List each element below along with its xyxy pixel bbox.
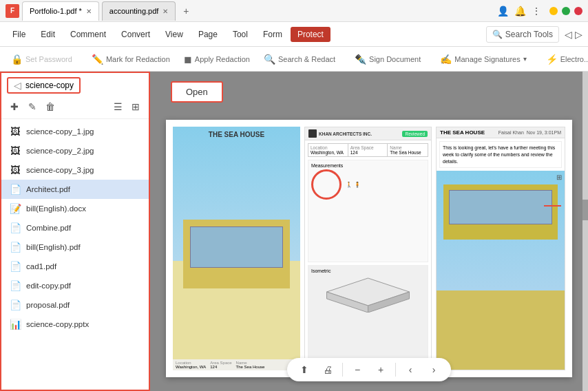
file-name: science-copy_1.jpg bbox=[26, 127, 94, 136]
window-controls: 👤 🔔 ⋮ bbox=[497, 6, 582, 17]
list-item[interactable]: 📄 proposal.pdf bbox=[1, 295, 149, 315]
building-facade bbox=[183, 220, 290, 288]
file-name: cad1.pdf bbox=[26, 262, 56, 271]
menu-protect[interactable]: Protect bbox=[291, 27, 330, 42]
more-icon[interactable]: ⋮ bbox=[532, 6, 541, 17]
tab-accounting[interactable]: accounting.pdf ✕ bbox=[102, 1, 176, 21]
back-nav-icon[interactable]: ◁ bbox=[565, 29, 572, 40]
list-item-selected[interactable]: 📄 Architect.pdf bbox=[1, 180, 149, 199]
search-tools-button[interactable]: 🔍 Search Tools bbox=[486, 26, 559, 43]
dropdown-icon: ▾ bbox=[523, 55, 527, 63]
form-name-value: The Sea House bbox=[390, 150, 426, 155]
scrollbar-thumb[interactable] bbox=[582, 200, 588, 220]
minimize-button[interactable] bbox=[549, 7, 558, 15]
user-icon: 👤 bbox=[497, 6, 509, 17]
close-button[interactable] bbox=[574, 7, 582, 15]
name-value: The Sea House bbox=[236, 365, 265, 369]
list-item[interactable]: 📄 edit-copy.pdf bbox=[1, 276, 149, 295]
left-panel-title: THE SEA HOUSE bbox=[209, 131, 264, 138]
menu-form[interactable]: Form bbox=[256, 27, 289, 42]
zoom-in-button[interactable]: + bbox=[372, 361, 390, 379]
pdf-icon-combine: 📄 bbox=[10, 222, 21, 234]
menu-convert[interactable]: Convert bbox=[114, 27, 157, 42]
prev-page-button[interactable]: ‹ bbox=[401, 361, 419, 379]
file-name: proposal.pdf bbox=[26, 301, 70, 309]
middle-form-fields: Location Washington, WA Area Space 124 N… bbox=[308, 143, 428, 157]
pptx-icon: 📊 bbox=[10, 318, 21, 330]
tab-portfolio[interactable]: Portfolio-1.pdf * ✕ bbox=[22, 1, 99, 21]
manage-signatures-button[interactable]: ✍ Manage Signatures ▾ bbox=[434, 51, 532, 67]
file-list: 🖼 science-copy_1.jpg 🖼 science-copy_2.jp… bbox=[1, 119, 149, 390]
search-redact-label: Search & Redact bbox=[278, 55, 335, 63]
right-window bbox=[449, 190, 552, 224]
tab-accounting-close[interactable]: ✕ bbox=[162, 8, 168, 15]
location-field: Location Washington, WA bbox=[176, 361, 206, 369]
export-button[interactable]: ⬆ bbox=[295, 361, 313, 379]
menu-tool[interactable]: Tool bbox=[226, 27, 255, 42]
mark-redaction-button[interactable]: ✏️ Mark for Redaction bbox=[86, 51, 176, 67]
maximize-button[interactable] bbox=[562, 7, 570, 15]
add-tab-button[interactable]: + bbox=[178, 3, 193, 19]
set-password-button[interactable]: 🔒 Set Password bbox=[6, 51, 78, 67]
add-file-button[interactable]: ✚ bbox=[7, 99, 22, 114]
form-location-label: Location bbox=[311, 145, 346, 150]
khan-logo-area: KHAN ARCHITECTS INC. bbox=[308, 129, 372, 138]
grid-icon: ⊞ bbox=[556, 173, 562, 181]
menu-comment[interactable]: Comment bbox=[63, 27, 113, 42]
tab-portfolio-label: Portfolio-1.pdf * bbox=[30, 7, 82, 15]
content-area: Open THE SEA HOUSE Location bbox=[150, 72, 588, 391]
pdf-right-panel: THE SEA HOUSE Faisal Khan Nov 19, 3:01PM… bbox=[436, 127, 565, 370]
apply-redaction-button[interactable]: ◼ Apply Redaction bbox=[178, 51, 255, 67]
list-item[interactable]: 📄 cad1.pdf bbox=[1, 257, 149, 276]
zoom-out-button[interactable]: − bbox=[348, 361, 366, 379]
list-item[interactable]: 📊 science-copy.pptx bbox=[1, 315, 149, 334]
search-redact-button[interactable]: 🔍 Search & Redact bbox=[258, 51, 341, 67]
image-icon-2: 🖼 bbox=[10, 145, 21, 157]
next-page-button[interactable]: › bbox=[425, 361, 443, 379]
building-window bbox=[190, 226, 283, 268]
form-cell-area: Area Space 124 bbox=[348, 144, 388, 156]
menu-file[interactable]: File bbox=[6, 27, 32, 42]
list-item[interactable]: 📄 bill(English).pdf bbox=[1, 237, 149, 257]
list-item[interactable]: 🖼 science-copy_3.jpg bbox=[1, 160, 149, 180]
grid-view-button[interactable]: ⊞ bbox=[128, 99, 143, 114]
forward-nav-icon[interactable]: ▷ bbox=[575, 29, 582, 40]
notification-icon: 🔔 bbox=[514, 6, 526, 17]
bottom-toolbar: ⬆ 🖨 − + ‹ › bbox=[287, 358, 451, 381]
delete-file-button[interactable]: 🗑 bbox=[43, 99, 58, 114]
right-title: THE SEA HOUSE bbox=[440, 129, 485, 136]
menu-page[interactable]: Page bbox=[191, 27, 224, 42]
reviewed-badge: Reviewed bbox=[402, 131, 428, 137]
edit-file-button[interactable]: ✎ bbox=[25, 99, 40, 114]
open-button[interactable]: Open bbox=[171, 81, 223, 103]
title-bar-left: F Portfolio-1.pdf * ✕ accounting.pdf ✕ + bbox=[6, 1, 497, 21]
isometric-section: Isometric bbox=[308, 265, 428, 368]
zoom-in-icon: + bbox=[378, 364, 384, 375]
file-name: science-copy_3.jpg bbox=[26, 166, 94, 174]
tab-portfolio-close[interactable]: ✕ bbox=[86, 8, 92, 15]
scrollbar[interactable] bbox=[582, 72, 588, 391]
pdf-left-panel: THE SEA HOUSE Location Washington, WA bbox=[173, 127, 300, 370]
list-item[interactable]: 🖼 science-copy_2.jpg bbox=[1, 141, 149, 160]
pdf-icon-cad: 📄 bbox=[10, 260, 21, 273]
file-name: bill(English).pdf bbox=[26, 243, 81, 251]
sign-document-button[interactable]: ✒️ Sign Document bbox=[349, 51, 426, 67]
sidebar-folder[interactable]: ◁ science-copy bbox=[7, 77, 81, 94]
commenter-name: Faisal Khan bbox=[498, 130, 524, 135]
list-view-button[interactable]: ☰ bbox=[110, 99, 125, 114]
menu-view[interactable]: View bbox=[158, 27, 190, 42]
print-icon: 🖨 bbox=[323, 364, 333, 375]
mark-redaction-label: Mark for Redaction bbox=[106, 55, 170, 63]
electronic-button[interactable]: ⚡ Electro... bbox=[540, 51, 588, 67]
list-item[interactable]: 📝 bill(English).docx bbox=[1, 199, 149, 218]
list-item[interactable]: 📄 Combine.pdf bbox=[1, 218, 149, 237]
print-button[interactable]: 🖨 bbox=[319, 361, 337, 379]
title-bar-icons: 👤 🔔 ⋮ bbox=[497, 6, 541, 17]
ground-bg bbox=[173, 261, 300, 370]
apply-redaction-label: Apply Redaction bbox=[195, 55, 250, 63]
next-page-icon: › bbox=[432, 364, 436, 375]
apply-icon: ◼ bbox=[184, 54, 192, 65]
list-item[interactable]: 🖼 science-copy_1.jpg bbox=[1, 122, 149, 141]
menu-edit[interactable]: Edit bbox=[34, 27, 62, 42]
pdf-icon-proposal: 📄 bbox=[10, 299, 21, 311]
